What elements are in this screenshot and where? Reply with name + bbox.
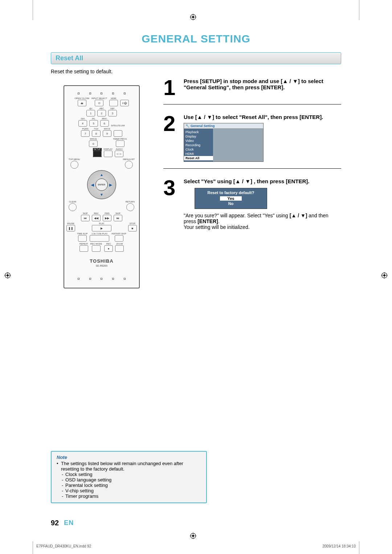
menu-list-button xyxy=(125,161,133,169)
btn-label: SKIP xyxy=(83,212,88,214)
step-text: Select "Yes" using [ xyxy=(184,178,235,184)
btn-label: TUV xyxy=(94,128,98,130)
osd-reset-dialog: Reset to factory default? Yes No xyxy=(195,188,267,209)
timer-prog-button xyxy=(116,140,124,147)
skip-fwd-button: ⏭ xyxy=(114,215,122,221)
osd-menu-item: Clock xyxy=(185,147,212,152)
up-arrow-icon: ▲ xyxy=(100,173,103,177)
satellite-link-button xyxy=(114,130,122,137)
fwd-button: ▶▶ xyxy=(103,215,111,221)
open-close-button: ⏏ xyxy=(78,100,86,106)
step-text: ] , then press [ENTER]. xyxy=(250,178,310,184)
btn-label: INSTANT SKIP xyxy=(111,233,126,235)
step-subtext: Your setting will be initialized. xyxy=(184,224,250,230)
registration-mark-icon xyxy=(4,272,11,279)
input-select-button: ⊙ xyxy=(95,100,103,106)
note-title: Note xyxy=(57,455,201,460)
osd-menu-item: Reset All xyxy=(184,156,213,160)
brand-logo: TOSHIBA xyxy=(66,258,137,264)
num-0-button: 0 xyxy=(89,140,98,147)
step-1: 1 Press [SETUP] in stop mode and use [▲ … xyxy=(163,78,341,104)
btn-label: RETURN xyxy=(126,201,135,203)
btn-label: REPEAT xyxy=(79,243,88,245)
btn-label: SETUP xyxy=(94,148,101,150)
btn-label: MNO xyxy=(102,118,107,120)
crop-mark xyxy=(359,541,359,554)
btn-label: JKL xyxy=(92,118,95,120)
num-9-button: 9 xyxy=(103,130,111,137)
step-subtext: . xyxy=(218,218,220,224)
num-5-button: 5 xyxy=(89,120,98,127)
stop-button: ■ xyxy=(128,225,137,231)
btn-label: FWD xyxy=(105,212,110,214)
rev-button: ◀◀ xyxy=(92,215,101,221)
num-7-button: 7 xyxy=(81,130,90,137)
arrow-symbols: ▲ / ▼ xyxy=(235,178,250,184)
power-button: I/⏻ xyxy=(120,100,129,106)
page-footer: 92 EN xyxy=(51,519,74,527)
registration-mark-icon xyxy=(190,14,196,20)
step-number: 2 xyxy=(163,114,184,162)
remote-control-illustration: OPEN/ CLOSE⏏ INPUT SELECT⊙ HDMI I/⏻ .@/:… xyxy=(64,85,140,288)
osd-menu-item: HDMI xyxy=(185,152,212,156)
btn-label: ZOOM xyxy=(116,243,123,245)
btn-label: CLEAR xyxy=(69,201,76,203)
instant-skip-button xyxy=(115,235,123,242)
model-number: SE-R0265 xyxy=(66,264,137,267)
rec-button: ● xyxy=(104,245,113,252)
osd-menu-item: Display xyxy=(185,134,212,139)
step-3: 3 Select "Yes" using [▲ / ▼] , then pres… xyxy=(163,178,341,237)
top-menu-button xyxy=(70,161,78,169)
btn-label: DISPLAY xyxy=(104,148,113,150)
arrow-symbols: [▲ / ▼] xyxy=(290,213,307,218)
crop-mark xyxy=(33,541,33,554)
left-arrow-icon: ◀ xyxy=(91,183,94,187)
print-footer-meta: E7PFAUD_DR430KU_EN.indd 92 2009/12/14 18… xyxy=(36,544,356,548)
btn-label: WXYZ xyxy=(104,128,110,130)
page-title: GENERAL SETTING xyxy=(51,33,341,45)
audio-button: ⊂⊃ xyxy=(115,151,123,157)
btn-label: AUDIO xyxy=(116,148,123,150)
btn-label: REV xyxy=(94,212,98,214)
btn-label: TOP MENU xyxy=(69,158,80,160)
arrow-symbols: ▲ / ▼ xyxy=(197,114,212,120)
num-2-button: 2 xyxy=(97,110,106,116)
num-4-button: 4 xyxy=(78,120,87,127)
section-header-reset-all: Reset All xyxy=(51,52,341,64)
enter-keyword: [ENTER] xyxy=(197,218,218,224)
right-arrow-icon: ▶ xyxy=(109,183,112,187)
btn-label: HDMI xyxy=(111,97,116,99)
note-bullet: The settings listed below will remain un… xyxy=(57,461,201,472)
btn-label: REC xyxy=(106,243,111,245)
setup-button xyxy=(93,151,102,157)
osd-menu-item: Video xyxy=(185,139,212,143)
btn-label: GHI xyxy=(81,118,85,120)
step-2: 2 Use [▲ / ▼] to select "Reset All", the… xyxy=(163,114,341,169)
btn-label: INPUT SELECT xyxy=(91,97,107,99)
step-number: 1 xyxy=(163,78,184,98)
pause-button: ❚❚ xyxy=(66,225,75,231)
btn-label: SATELLITE LINK xyxy=(111,124,125,127)
num-1-button: 1 xyxy=(86,110,95,116)
note-item: V-chip setting xyxy=(57,488,201,493)
btn-label: .@/: xyxy=(89,107,93,110)
crop-mark xyxy=(359,0,359,20)
page-number: 92 xyxy=(51,519,59,527)
rec-mode-button xyxy=(92,245,101,252)
down-arrow-icon: ▼ xyxy=(100,193,103,197)
step-text: Press [SETUP] in stop mode and use [ xyxy=(184,78,283,84)
btn-label: SKIP xyxy=(115,212,121,214)
speed-play-button xyxy=(90,235,109,242)
osd-title: General Setting xyxy=(191,124,215,128)
step-text: Use [ xyxy=(184,114,197,120)
osd-general-setting-menu: 🔧 General Setting PlaybackDisplayVideoRe… xyxy=(184,123,264,162)
return-button xyxy=(126,203,134,211)
note-item: OSD language setting xyxy=(57,477,201,483)
intro-text: Reset the setting to default. xyxy=(51,69,341,74)
btn-label: REC MODE xyxy=(90,243,102,245)
btn-label: DEF xyxy=(110,107,115,110)
btn-label: TIME SLIP xyxy=(77,233,87,235)
note-item: Timer programs xyxy=(57,493,201,499)
osd-menu-item: Playback xyxy=(185,130,212,134)
enter-button: ENTER xyxy=(95,178,108,191)
